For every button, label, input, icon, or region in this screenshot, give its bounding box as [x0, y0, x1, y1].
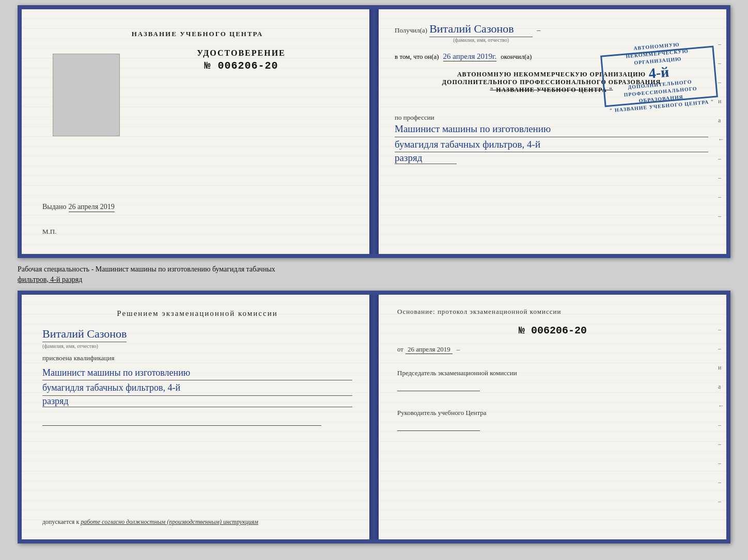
- qual-right-page: Основание: протокол экзаменационной коми…: [374, 295, 726, 539]
- diploma-recipient-line: Получил(а) Виталий Сазонов (фамилия, имя…: [395, 22, 708, 43]
- specialty-text2: фильтров, 4-й разряд: [18, 276, 82, 283]
- qual-name: Виталий Сазонов: [42, 327, 127, 342]
- page-background: НАЗВАНИЕ УЧЕБНОГО ЦЕНТРА УДОСТОВЕРЕНИЕ №…: [0, 0, 748, 560]
- diploma-name-hint: (фамилия, имя, отчество): [453, 37, 509, 43]
- qual-right-edge-dashes: – – и а ← – – – – –: [718, 326, 724, 505]
- diploma-okonchil: окончил(а): [501, 53, 532, 61]
- qual-edge-dash-1: –: [718, 326, 724, 333]
- edge-marker-a: а: [718, 117, 724, 124]
- diploma-issued-label: Выдано: [42, 203, 67, 211]
- diploma-udost-label: УДОСТОВЕРЕНИЕ: [197, 49, 286, 58]
- qual-edge-dash-7: –: [718, 498, 724, 505]
- qual-edge-marker-i: и: [718, 364, 724, 372]
- qual-director-label: Руководитель учебного Центра: [397, 409, 487, 417]
- qual-edge-dash-5: –: [718, 459, 724, 467]
- diploma-photo: [53, 54, 120, 136]
- diploma-center-title: НАЗВАНИЕ УЧЕБНОГО ЦЕНТРА: [132, 30, 263, 38]
- diploma-razryad: разряд: [395, 152, 457, 164]
- qual-profession-line1: Машинист машины по изготовлению: [42, 365, 352, 381]
- diploma-poluchil-label: Получил(а): [395, 26, 427, 35]
- edge-dash-1: –: [718, 40, 724, 48]
- diploma-recipient-name: Виталий Сазонов: [429, 22, 533, 37]
- qualification-document: Решением экзаменационной комиссии Витали…: [18, 291, 730, 543]
- qual-date-line: от 26 апреля 2019 –: [397, 345, 708, 354]
- specialty-text: Рабочая специальность - Машинист машины …: [18, 265, 275, 273]
- qual-basis: Основание: протокол экзаменационной коми…: [397, 308, 708, 316]
- qual-director-signature: [397, 418, 480, 431]
- diploma-cert-info: УДОСТОВЕРЕНИЕ № 006206-20: [130, 49, 352, 72]
- edge-dash-4: –: [718, 155, 724, 163]
- stamp-large: 4-й: [648, 63, 669, 82]
- qual-chairman: Председатель экзаменационной комиссии: [397, 368, 708, 394]
- qual-number: № 006206-20: [397, 325, 708, 337]
- qual-name-block: Виталий Сазонов (фамилия, имя, отчество): [42, 327, 352, 354]
- diploma-profession-block: по профессии Машинист машины по изготовл…: [395, 108, 708, 164]
- edge-dash-2: –: [718, 59, 724, 67]
- diploma-number: № 006206-20: [204, 60, 278, 72]
- diploma-profession-label: по профессии: [395, 114, 708, 122]
- qual-separator-line: [42, 425, 321, 426]
- qual-profession-line2: бумагидля табачных фильтров, 4-й: [42, 380, 352, 396]
- qual-chairman-signature: [397, 378, 480, 391]
- qual-left-page: Решением экзаменационной комиссии Витали…: [22, 295, 374, 539]
- edge-marker-i: и: [718, 98, 724, 105]
- diploma-mp: М.П.: [42, 228, 352, 236]
- diploma-issued-date: 26 апреля 2019: [69, 203, 115, 212]
- qual-date-prefix: от: [397, 345, 403, 354]
- qual-edge-dash-2: –: [718, 345, 724, 353]
- qual-edge-marker-a: а: [718, 383, 724, 391]
- diploma-vtom-date: 26 апреля 2019г.: [443, 52, 497, 61]
- qual-date: 26 апреля 2019: [406, 345, 453, 354]
- diploma-right-page: Получил(а) Виталий Сазонов (фамилия, имя…: [374, 9, 726, 254]
- diploma-dash: –: [537, 26, 540, 35]
- qual-edge-dash-3: –: [718, 421, 724, 429]
- qual-dopusk-value: работе согласно должностным (производств…: [81, 518, 258, 525]
- diploma-vtom-label: в том, что он(а): [395, 53, 439, 61]
- qual-header: Решением экзаменационной комиссии: [42, 308, 352, 319]
- qual-spine: [369, 295, 379, 539]
- diploma-spine: [369, 9, 379, 254]
- qual-dopusk-label: допускается к: [42, 518, 79, 525]
- qual-dopusk-block: допускается к работе согласно должностны…: [42, 517, 352, 526]
- diploma-left-page: НАЗВАНИЕ УЧЕБНОГО ЦЕНТРА УДОСТОВЕРЕНИЕ №…: [22, 9, 374, 254]
- edge-dash-6: –: [718, 193, 724, 201]
- edge-marker-arrow: ←: [718, 136, 724, 143]
- qual-edge-dash-6: –: [718, 478, 724, 486]
- diploma-profession-line2: бумагидля табачных фильтров, 4-й: [395, 137, 708, 153]
- edge-dash-5: –: [718, 174, 724, 182]
- qual-edge-dash-4: –: [718, 440, 724, 448]
- qual-razryad: разряд: [42, 396, 352, 407]
- diploma-issued-line: Выдано 26 апреля 2019: [42, 203, 352, 212]
- diploma-profession-line1: Машинист машины по изготовлению: [395, 122, 708, 137]
- diploma-document: НАЗВАНИЕ УЧЕБНОГО ЦЕНТРА УДОСТОВЕРЕНИЕ №…: [18, 5, 730, 258]
- diploma-stamp: АВТОНОМНУЮ НЕКОММЕРЧЕСКУЮ ОРГАНИЗАЦИЮ 4-…: [600, 46, 718, 107]
- qual-name-hint: (фамилия, имя, отчество): [42, 343, 98, 349]
- qual-edge-marker-arrow: ←: [718, 402, 724, 410]
- qual-date-dash: –: [457, 345, 460, 354]
- right-edge-dashes: – – – и а ← – – – –: [718, 40, 724, 220]
- edge-dash-3: –: [718, 78, 724, 86]
- edge-dash-7: –: [718, 212, 724, 220]
- qual-assigned: присвоена квалификация: [42, 354, 352, 362]
- qual-chairman-label: Председатель экзаменационной комиссии: [397, 369, 517, 377]
- specialty-label-block: Рабочая специальность - Машинист машины …: [18, 262, 730, 286]
- qual-director: Руководитель учебного Центра: [397, 408, 708, 434]
